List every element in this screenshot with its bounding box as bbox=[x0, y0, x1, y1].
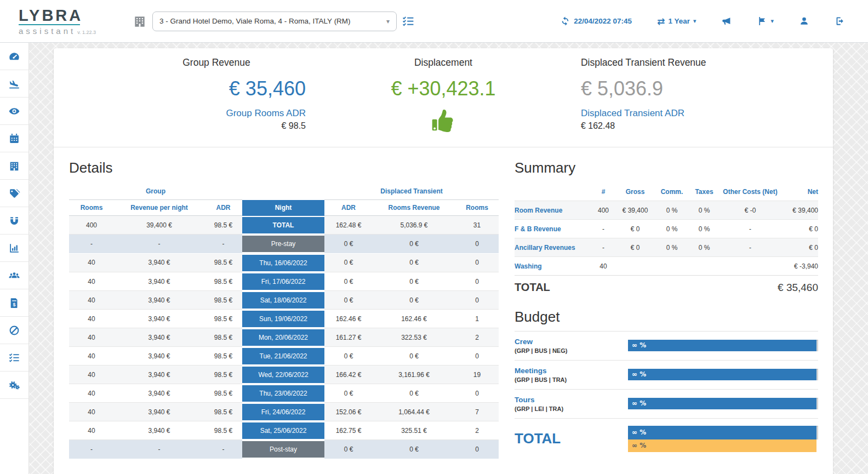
group-adr-cell: 98.5 € bbox=[204, 253, 242, 272]
eye-icon bbox=[8, 105, 20, 117]
chevron-down-icon: ▾ bbox=[770, 18, 774, 25]
transient-adr-cell: 0 € bbox=[324, 440, 373, 459]
budget-segment-codes: (GRP | LEI | TRA) bbox=[515, 406, 628, 412]
sidebar-item-statistics[interactable] bbox=[0, 235, 28, 262]
sidebar-item-restrictions[interactable] bbox=[0, 317, 28, 344]
summary-table: # Gross Comm. Taxes Other Costs (Net) Ne… bbox=[515, 184, 818, 300]
night-cell: Sat, 18/06/2022 bbox=[242, 291, 324, 310]
sidebar-item-dashboard[interactable] bbox=[0, 43, 28, 70]
details-row: 403,940 €98.5 €Tue, 21/06/20220 €0 €0 bbox=[69, 347, 499, 366]
sidebar-item-groups[interactable] bbox=[0, 262, 28, 289]
stat-title: Group Revenue bbox=[61, 57, 306, 68]
sidebar-item-settings[interactable] bbox=[0, 372, 28, 399]
budget-segment-codes: (GRP | BUS | NEG) bbox=[515, 347, 628, 354]
sidebar: $ bbox=[0, 43, 29, 474]
transient-revenue-cell: 3,161.96 € bbox=[373, 366, 455, 384]
col-t-rooms: Rooms bbox=[455, 200, 499, 216]
night-label: Wed, 22/06/2022 bbox=[242, 367, 324, 383]
group-adr-cell: - bbox=[204, 440, 242, 459]
transient-revenue-cell: 0 € bbox=[373, 272, 455, 291]
night-label: Mon, 20/06/2022 bbox=[242, 329, 324, 346]
transient-adr-cell: 0 € bbox=[324, 272, 373, 291]
budget-segment-link[interactable]: Meetings bbox=[515, 367, 628, 375]
groups-icon bbox=[8, 270, 20, 282]
budget-progress-label: ∞ % bbox=[628, 398, 816, 409]
details-row: 403,940 €98.5 €Fri, 17/06/20220 €0 €0 bbox=[69, 272, 499, 291]
summary-count-cell: - bbox=[591, 238, 615, 257]
night-cell: Tue, 21/06/2022 bbox=[242, 347, 324, 366]
details-table: Group Displaced Transient Rooms Revenue … bbox=[69, 184, 499, 459]
logout-button[interactable] bbox=[835, 16, 845, 26]
dashboard-icon bbox=[8, 50, 20, 62]
summary-row-label[interactable]: F & B Revenue bbox=[515, 220, 591, 238]
budget-progress-bar: ∞ % bbox=[628, 369, 818, 380]
transient-rooms-cell: 2 bbox=[455, 328, 499, 347]
col-night: Night bbox=[242, 200, 324, 216]
group-revenue-cell: 3,940 € bbox=[114, 403, 204, 421]
budget-total-bar-blue: ∞ % bbox=[628, 426, 818, 439]
displaced-transient-value: € 5,036.9 bbox=[581, 77, 684, 100]
sidebar-item-calendar[interactable] bbox=[0, 125, 28, 152]
group-adr-cell: 98.5 € bbox=[204, 347, 242, 366]
announcements-button[interactable] bbox=[721, 16, 732, 26]
period-selector[interactable]: ⇄ 1 Year ▾ bbox=[657, 16, 696, 27]
transient-adr-cell: 0 € bbox=[324, 347, 373, 366]
night-cell: Fri, 24/06/2022 bbox=[242, 403, 324, 421]
transient-rooms-cell: 0 bbox=[455, 272, 499, 291]
sidebar-item-arrivals[interactable] bbox=[0, 70, 28, 98]
summary-comm-cell: 0 % bbox=[655, 238, 689, 257]
budget-segment-link[interactable]: Tours bbox=[515, 396, 628, 404]
summary-other-cell: - bbox=[719, 238, 781, 257]
hotel-list-icon[interactable] bbox=[402, 15, 415, 28]
period-label: 1 Year bbox=[668, 17, 690, 25]
sidebar-item-hotel[interactable] bbox=[0, 152, 28, 180]
megaphone-icon bbox=[721, 16, 732, 26]
flight-arrival-icon bbox=[8, 78, 20, 90]
transient-rooms-cell: 1 bbox=[455, 310, 499, 328]
night-label: Thu, 23/06/2022 bbox=[242, 385, 324, 402]
sidebar-item-watch[interactable] bbox=[0, 98, 28, 125]
hotel-selector[interactable]: 3 - Grand Hotel Demo, Viale Roma, 4 - Ro… bbox=[152, 12, 397, 31]
transient-rooms-cell: 0 bbox=[455, 347, 499, 366]
user-menu[interactable] bbox=[799, 16, 809, 26]
ban-icon bbox=[8, 324, 20, 336]
group-revenue-cell: 3,940 € bbox=[114, 421, 204, 440]
sidebar-item-rates[interactable] bbox=[0, 180, 28, 207]
summary-count-cell: 400 bbox=[591, 201, 615, 220]
details-title: Details bbox=[69, 159, 499, 176]
summary-taxes-cell bbox=[689, 257, 719, 276]
summary-row-label[interactable]: Room Revenue bbox=[515, 201, 591, 220]
night-label: Tue, 21/06/2022 bbox=[242, 348, 324, 364]
displaced-transient-adr-link[interactable]: Displaced Transient ADR bbox=[581, 108, 684, 119]
summary-title: Summary bbox=[515, 159, 818, 176]
summary-comm-cell: 0 % bbox=[655, 220, 689, 238]
night-cell: Sat, 25/06/2022 bbox=[242, 421, 324, 440]
transient-adr-cell: 152.06 € bbox=[324, 403, 373, 421]
summary-row-label[interactable]: Ancillary Revenues bbox=[515, 238, 591, 257]
sign-out-icon bbox=[835, 16, 845, 26]
summary-taxes-cell: 0 % bbox=[689, 201, 719, 220]
budget-segment-link[interactable]: Crew bbox=[515, 338, 628, 346]
summary-count-cell: 40 bbox=[591, 257, 615, 276]
summary-row-label[interactable]: Washing bbox=[515, 257, 591, 276]
group-revenue-cell: - bbox=[114, 440, 204, 459]
logo-subtitle: assistant bbox=[19, 26, 76, 36]
budget-row: Crew(GRP | BUS | NEG)∞ % bbox=[515, 331, 818, 360]
sidebar-item-invoices[interactable]: $ bbox=[0, 289, 28, 317]
transient-caption: Displaced Transient bbox=[324, 184, 499, 200]
flags-menu[interactable]: ▾ bbox=[757, 16, 774, 26]
group-revenue-cell: 3,940 € bbox=[114, 366, 204, 384]
group-rooms-cell: 40 bbox=[69, 291, 114, 310]
transient-revenue-cell: 322.53 € bbox=[373, 328, 455, 347]
flag-icon bbox=[757, 16, 767, 26]
transient-adr-cell: 0 € bbox=[324, 235, 373, 254]
main-area: Group Revenue € 35,460 Group Rooms ADR €… bbox=[29, 43, 868, 474]
group-rooms-adr-link[interactable]: Group Rooms ADR bbox=[226, 108, 306, 119]
transient-revenue-cell: 0 € bbox=[373, 440, 455, 459]
sidebar-item-tasks[interactable] bbox=[0, 344, 28, 372]
group-rooms-cell: 40 bbox=[69, 421, 114, 440]
last-update[interactable]: 22/04/2022 07:45 bbox=[560, 16, 632, 26]
summary-count-cell: - bbox=[591, 220, 615, 238]
transient-adr-cell: 162.75 € bbox=[324, 421, 373, 440]
sidebar-item-magnet[interactable] bbox=[0, 207, 28, 235]
